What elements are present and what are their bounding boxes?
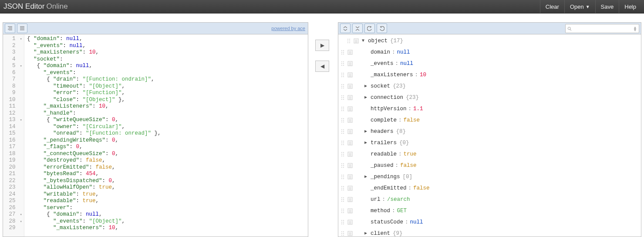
drag-handle-icon[interactable] (340, 83, 346, 89)
context-menu-icon[interactable] (347, 61, 353, 67)
drag-handle-icon[interactable] (340, 129, 346, 135)
tree-key[interactable]: _events (371, 58, 394, 69)
expand-all-button[interactable] (340, 24, 351, 33)
tree-value[interactable]: false (413, 183, 430, 194)
code-line[interactable]: "_events": (27, 70, 308, 77)
context-menu-icon[interactable] (347, 163, 353, 169)
tree-key[interactable]: _pendings (371, 171, 400, 183)
sort-toggle-icon[interactable]: ▲▼ (633, 26, 637, 31)
code-line[interactable]: "errorEmitted": false, (27, 164, 308, 171)
code-line[interactable]: { "writeQueueSize": 0, (27, 117, 308, 124)
context-menu-icon[interactable] (347, 129, 353, 135)
code-line[interactable]: "socket": (27, 56, 308, 63)
expand-toggle[interactable]: ▶ (363, 228, 369, 237)
code-line[interactable]: "error": "[Function]", (27, 90, 308, 97)
tree-row[interactable]: _endEmitted:false (340, 183, 639, 194)
tree-row[interactable]: statusCode:null (340, 217, 639, 228)
code-line[interactable]: "_maxListeners": 10, (27, 49, 308, 56)
tree-value[interactable]: false (404, 115, 420, 126)
code-line[interactable]: "_connectQueueSize": 0, (27, 151, 308, 158)
drag-handle-icon[interactable] (340, 230, 346, 237)
drag-handle-icon[interactable] (346, 38, 352, 44)
tree-row[interactable]: ▶headers{8} (340, 126, 639, 137)
tree-key[interactable]: domain (371, 47, 390, 58)
format-button[interactable] (5, 24, 15, 33)
drag-handle-icon[interactable] (340, 140, 346, 146)
clear-button[interactable]: Clear (540, 0, 564, 13)
context-menu-icon[interactable] (347, 83, 353, 89)
tree-value[interactable]: 1.1 (413, 103, 423, 115)
code-line[interactable]: "_flags": 0, (27, 144, 308, 151)
tree-row[interactable]: ▶connection{23} (340, 92, 639, 103)
save-button[interactable]: Save (595, 0, 619, 13)
code-line[interactable]: "_events": null, (27, 43, 308, 50)
drag-handle-icon[interactable] (340, 163, 346, 169)
tree-key[interactable]: _maxListeners (371, 69, 413, 81)
drag-handle-icon[interactable] (340, 174, 346, 180)
tree-body[interactable]: ▼object{17}domain:null_events:null_maxLi… (338, 34, 641, 237)
tree-row[interactable]: httpVersion:1.1 (340, 103, 639, 115)
code-line[interactable]: "_bytesDispatched": 0, (27, 178, 308, 185)
code-body[interactable]: { "domain": null, "_events": null, "_max… (24, 34, 308, 237)
drag-handle-icon[interactable] (340, 219, 346, 225)
code-line[interactable]: "close": "[Object]" }, (27, 97, 308, 104)
context-menu-icon[interactable] (347, 106, 353, 112)
redo-button[interactable] (377, 24, 387, 33)
tree-row[interactable]: _events:null (340, 58, 639, 69)
tree-key[interactable]: connection (371, 92, 403, 103)
drag-handle-icon[interactable] (340, 72, 346, 78)
drag-handle-icon[interactable] (340, 61, 346, 67)
drag-handle-icon[interactable] (340, 106, 346, 112)
code-line[interactable]: "onread": "[Function: onread]" }, (27, 130, 308, 137)
tree-value[interactable]: /search (387, 194, 410, 205)
to-tree-button[interactable]: ▶ (315, 40, 329, 51)
code-line[interactable]: "_events": "[Object]", (27, 218, 308, 225)
context-menu-icon[interactable] (353, 38, 359, 44)
code-line[interactable]: "bytesRead": 454, (27, 171, 308, 178)
tree-key[interactable]: httpVersion (371, 103, 407, 115)
drag-handle-icon[interactable] (340, 196, 346, 203)
tree-value[interactable]: true (404, 149, 417, 160)
context-menu-icon[interactable] (347, 196, 353, 203)
code-line[interactable]: "writable": true, (27, 191, 308, 198)
undo-button[interactable] (364, 24, 375, 33)
context-menu-icon[interactable] (347, 185, 353, 191)
context-menu-icon[interactable] (347, 151, 353, 157)
code-line[interactable]: { "domain": null, (27, 63, 308, 70)
open-button[interactable]: Open▼ (564, 0, 595, 13)
tree-row[interactable]: readable:true (340, 149, 639, 160)
tree-key[interactable]: trailers (371, 137, 397, 149)
tree-key[interactable]: readable (371, 149, 397, 160)
context-menu-icon[interactable] (347, 117, 353, 123)
tree-row[interactable]: complete:false (340, 115, 639, 126)
code-line[interactable]: { "domain": null, (27, 36, 308, 43)
expand-toggle[interactable]: ▼ (360, 35, 366, 47)
tree-row[interactable]: ▶trailers{0} (340, 137, 639, 149)
context-menu-icon[interactable] (347, 49, 353, 55)
search-input[interactable] (573, 26, 632, 32)
drag-handle-icon[interactable] (340, 208, 346, 214)
expand-toggle[interactable]: ▶ (363, 137, 369, 149)
tree-key[interactable]: statusCode (371, 217, 403, 228)
code-line[interactable]: "readable": true, (27, 198, 308, 205)
tree-row[interactable]: ▶_pendings[0] (340, 171, 639, 183)
code-line[interactable]: { "drain": "[Function: ondrain]", (27, 76, 308, 83)
tree-key[interactable]: headers (371, 126, 394, 137)
tree-value[interactable]: false (400, 160, 417, 171)
tree-row[interactable]: _paused:false (340, 160, 639, 171)
tree-value[interactable]: null (400, 58, 413, 69)
tree-value[interactable]: null (397, 47, 410, 58)
search-box[interactable]: ▲▼ (565, 24, 639, 33)
code-line[interactable]: "timeout": "[Object]", (27, 83, 308, 90)
code-line[interactable]: { "domain": null, (27, 211, 308, 218)
code-line[interactable]: "server": (27, 205, 308, 212)
context-menu-icon[interactable] (347, 208, 353, 214)
context-menu-icon[interactable] (347, 95, 353, 101)
collapse-all-button[interactable] (352, 24, 363, 33)
context-menu-icon[interactable] (347, 230, 353, 237)
tree-row[interactable]: url:/search (340, 194, 639, 205)
tree-value[interactable]: GET (397, 205, 407, 217)
drag-handle-icon[interactable] (340, 185, 346, 191)
tree-key[interactable]: socket (371, 81, 390, 92)
tree-value[interactable]: 10 (420, 69, 426, 81)
